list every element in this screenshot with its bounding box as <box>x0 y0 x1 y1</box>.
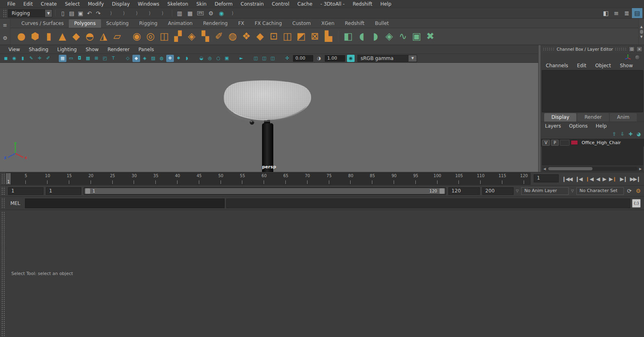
3dtoall-tools-icon[interactable]: ✖ <box>423 29 437 43</box>
grid-icon[interactable]: ▦ <box>59 55 66 62</box>
two-pane-icon[interactable]: ◫ <box>260 55 268 62</box>
stool-model[interactable] <box>217 71 330 172</box>
occlusion-icon[interactable]: ◒ <box>198 55 205 62</box>
shelf-tab-xgen[interactable]: XGen <box>316 19 340 28</box>
layer-display-type-toggle[interactable] <box>560 140 570 146</box>
shelf-tab-sculpting[interactable]: Sculpting <box>101 19 134 28</box>
color-management-toggle-icon[interactable]: ◉ <box>347 55 355 62</box>
step-back-frame-button[interactable]: ❙◀ <box>584 176 594 182</box>
scroll-thumb[interactable] <box>548 167 592 170</box>
menu-deform[interactable]: Deform <box>211 0 237 8</box>
shelf-tab-curves-surfaces[interactable]: Curves / Surfaces <box>16 19 69 28</box>
command-line-drag-handle[interactable] <box>1 197 5 209</box>
insert-edge-loop-icon[interactable]: ⊡ <box>267 29 281 43</box>
shelf-menu-icon[interactable]: ≡ <box>3 22 7 28</box>
menu-help[interactable]: Help <box>376 0 395 8</box>
panel-drag-grip[interactable] <box>543 48 555 51</box>
grease-pencil-icon[interactable]: ✐ <box>44 55 52 62</box>
range-end-handle[interactable] <box>440 188 444 194</box>
tool-settings-icon[interactable]: ≣ <box>621 8 632 18</box>
menu--3dtoall-[interactable]: - 3DtoAll - <box>316 0 349 8</box>
shelf-tab-rendering[interactable]: Rendering <box>198 19 233 28</box>
attribute-editor-icon[interactable]: ≡ <box>611 8 621 18</box>
shadows-icon[interactable]: ◗ <box>183 55 191 62</box>
scroll-left-icon[interactable]: ◀ <box>542 167 547 171</box>
scroll-thumb[interactable] <box>640 30 643 34</box>
xray-icon[interactable]: ❖ <box>166 55 174 62</box>
menu-select[interactable]: Select <box>61 0 84 8</box>
next-key-button[interactable]: ▶❙ <box>619 176 627 182</box>
3dtoall-export-shape-icon[interactable]: ◗ <box>369 29 382 43</box>
manipulator-icon[interactable] <box>624 54 632 60</box>
menu-edit[interactable]: Edit <box>19 0 37 8</box>
playback-start-field[interactable]: 1 <box>46 187 81 195</box>
animation-end-field[interactable]: 200 <box>482 187 514 195</box>
scroll-right-icon[interactable]: ▶ <box>638 167 643 171</box>
poly-pipe-icon[interactable]: ▱ <box>110 29 124 43</box>
menu-modify[interactable]: Modify <box>84 0 108 8</box>
shelf-tab-polygons[interactable]: Polygons <box>69 19 101 28</box>
isolate-select-icon[interactable]: ► <box>237 55 245 62</box>
boolean-union-icon[interactable]: ▞ <box>171 29 185 43</box>
combine-icon[interactable]: ◈ <box>185 29 198 43</box>
layer-scrollbar[interactable]: ◀ ▶ <box>542 166 643 172</box>
save-scene-icon[interactable]: ▣ <box>76 9 85 18</box>
anti-alias-icon[interactable]: ○ <box>215 55 222 62</box>
undo-icon[interactable]: ↶ <box>85 9 94 18</box>
mirror-icon[interactable]: ◫ <box>157 29 171 43</box>
time-slider-drag-handle[interactable] <box>1 173 5 184</box>
animation-preferences-icon[interactable]: ⚙ <box>635 188 642 194</box>
wireframe-icon[interactable]: ◇ <box>124 55 132 62</box>
separate-icon[interactable]: ▚ <box>198 29 212 43</box>
previous-key-button[interactable]: ❙◀ <box>574 176 583 182</box>
channel-box-icon[interactable]: ▤ <box>632 8 642 18</box>
range-slider-inner[interactable]: 1 120 <box>85 188 445 194</box>
preview-plate-icon[interactable]: ▣ <box>223 55 231 62</box>
shelf-scrollbar[interactable]: ▲ ▼ <box>638 19 644 45</box>
script-editor-icon[interactable]: {;} <box>632 199 641 208</box>
add-divisions-icon[interactable]: ◎ <box>144 29 157 43</box>
camera-icon[interactable]: ◼ <box>2 55 10 62</box>
bevel-icon[interactable]: ◆ <box>253 29 267 43</box>
move-layer-down-icon[interactable]: ⇩ <box>620 131 624 137</box>
poly-cylinder-icon[interactable]: ▮ <box>42 29 56 43</box>
open-scene-icon[interactable]: ▤ <box>67 9 76 18</box>
3dtoall-export-mesh-icon[interactable]: ◈ <box>382 29 396 43</box>
camera-attributes-icon[interactable]: ◉ <box>10 55 18 62</box>
field-chart-icon[interactable]: ⊞ <box>93 55 100 62</box>
viewport-menu-panels[interactable]: Panels <box>134 46 159 53</box>
3dtoall-export-selected-icon[interactable]: ◖ <box>355 29 369 43</box>
edit-edge-flow-icon[interactable]: ◫ <box>281 29 294 43</box>
viewport-menu-show[interactable]: Show <box>81 46 103 53</box>
transform-group-toggle-icon[interactable]: ⟩ <box>230 9 235 18</box>
render-view-icon[interactable]: ▥ <box>175 9 184 18</box>
reduce-icon[interactable]: ▙ <box>322 29 335 43</box>
menu-constrain[interactable]: Constrain <box>237 0 268 8</box>
command-language-toggle[interactable]: MEL <box>7 201 23 206</box>
viewport-canvas[interactable]: y x z persp <box>0 63 538 172</box>
character-set-filter-icon[interactable]: ▽ <box>571 189 574 193</box>
3dtoall-export-scene-icon[interactable]: ◧ <box>341 29 355 43</box>
panel-drag-grip[interactable] <box>615 48 627 51</box>
layer-visibility-toggle[interactable]: V <box>542 140 550 146</box>
image-plane-icon[interactable]: ✎ <box>27 55 35 62</box>
command-input[interactable] <box>25 198 225 208</box>
film-gate-icon[interactable]: ▭ <box>67 55 75 62</box>
exposure-icon[interactable]: ✣ <box>283 55 291 62</box>
range-slider[interactable]: 1 120 <box>84 187 446 195</box>
menu-skeleton[interactable]: Skeleton <box>163 0 192 8</box>
menu-skin[interactable]: Skin <box>192 0 211 8</box>
new-scene-icon[interactable]: ▯ <box>58 9 67 18</box>
auto-keyframe-toggle-icon[interactable]: ⟳ <box>626 188 633 194</box>
menu-control[interactable]: Control <box>268 0 293 8</box>
anim-layer-filter-icon[interactable]: ▽ <box>516 189 519 193</box>
contrast-icon[interactable]: ◑ <box>315 55 323 62</box>
spread-icon[interactable]: ❖ <box>239 29 253 43</box>
layer-list-area[interactable] <box>542 147 643 165</box>
quad-draw-icon[interactable]: ◩ <box>294 29 308 43</box>
channel-box-menu-edit[interactable]: Edit <box>577 62 591 69</box>
target-weld-icon[interactable]: ⊠ <box>308 29 322 43</box>
gamma-field[interactable]: 1.00 <box>325 55 345 62</box>
wireframe-on-shaded-icon[interactable]: ◈ <box>141 55 149 62</box>
close-panel-icon[interactable]: × <box>636 46 642 52</box>
